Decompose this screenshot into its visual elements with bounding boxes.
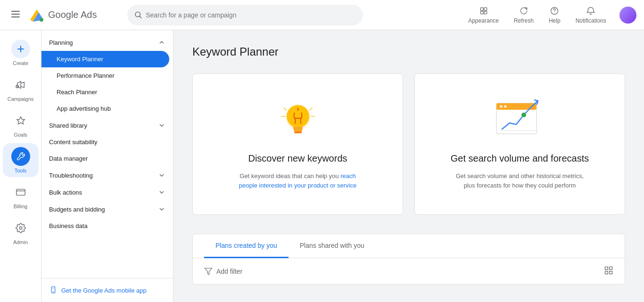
refresh-icon <box>519 6 528 16</box>
svg-rect-41 <box>605 271 608 274</box>
search-bar[interactable] <box>127 5 363 25</box>
nav-item-data-manager[interactable]: Data manager <box>41 150 173 167</box>
discover-keywords-title: Discover new keywords <box>248 153 347 164</box>
svg-line-29 <box>310 108 312 110</box>
search-icon <box>135 11 142 19</box>
topbar: Google Ads Appearance Refresh <box>0 0 644 30</box>
svg-rect-0 <box>11 11 20 12</box>
chart-icon <box>492 98 548 146</box>
svg-rect-26 <box>294 131 302 133</box>
svg-marker-38 <box>205 268 212 275</box>
google-ads-logo-icon <box>29 8 44 23</box>
nav-item-reach-planner[interactable]: Reach Planner <box>41 84 173 100</box>
search-volume-title: Get search volume and forecasts <box>451 153 589 164</box>
sidebar-item-tools[interactable]: Tools <box>3 143 39 177</box>
svg-rect-39 <box>605 267 608 270</box>
notifications-icon <box>586 6 595 16</box>
billing-icon <box>11 183 30 202</box>
chevron-down-icon-2 <box>158 171 165 179</box>
sidebar-item-billing[interactable]: Billing <box>3 179 39 213</box>
search-volume-card[interactable]: Get search volume and forecasts Get sear… <box>414 73 625 215</box>
main-content: Keyword Planner <box>173 30 644 302</box>
svg-point-11 <box>554 12 555 13</box>
avatar[interactable] <box>619 7 636 24</box>
svg-rect-8 <box>480 11 483 14</box>
side-icons-nav: Create Campaigns Goals <box>0 30 41 302</box>
grid-view-button[interactable] <box>604 266 613 277</box>
goals-icon <box>11 111 30 130</box>
nav-item-content-suitability[interactable]: Content suitability <box>41 134 173 150</box>
help-icon <box>550 6 559 16</box>
hamburger-button[interactable] <box>8 7 24 23</box>
svg-line-27 <box>284 108 286 110</box>
layout: Create Campaigns Goals <box>0 30 644 302</box>
discover-keywords-desc: Get keyword ideas that can help you reac… <box>232 171 364 190</box>
svg-point-17 <box>19 227 22 229</box>
svg-rect-7 <box>484 8 487 10</box>
discover-keywords-card[interactable]: Discover new keywords Get keyword ideas … <box>192 73 403 215</box>
nav-sidebar: Planning Keyword Planner Performance Pla… <box>41 30 173 302</box>
appearance-button[interactable]: Appearance <box>462 2 504 28</box>
create-icon <box>11 40 30 58</box>
svg-rect-1 <box>11 14 20 15</box>
mobile-app-icon <box>49 286 58 294</box>
help-button[interactable]: Help <box>543 2 566 28</box>
svg-line-5 <box>140 16 141 18</box>
admin-icon <box>11 219 30 237</box>
nav-section-troubleshooting[interactable]: Troubleshooting <box>41 167 173 184</box>
svg-point-3 <box>40 18 43 22</box>
svg-rect-2 <box>11 16 20 17</box>
logo: Google Ads <box>29 8 97 23</box>
refresh-button[interactable]: Refresh <box>508 2 539 28</box>
chevron-up-icon <box>158 39 165 46</box>
search-input[interactable] <box>146 11 355 19</box>
tab-created-by-you[interactable]: Plans created by you <box>204 234 289 258</box>
sidebar-item-goals[interactable]: Goals <box>3 107 39 141</box>
tabs-section: Plans created by you Plans shared with y… <box>192 234 625 285</box>
nav-section-planning[interactable]: Planning <box>41 34 173 51</box>
nav-section-bulk-actions[interactable]: Bulk actions <box>41 184 173 201</box>
add-filter-button[interactable]: Add filter <box>204 267 242 276</box>
sidebar-item-create[interactable]: Create <box>3 36 39 70</box>
svg-rect-9 <box>484 11 487 14</box>
nav-footer[interactable]: Get the Google Ads mobile app <box>41 278 173 302</box>
appearance-icon <box>479 6 488 16</box>
search-volume-desc: Get search volume and other historical m… <box>454 171 586 190</box>
notifications-button[interactable]: Notifications <box>570 2 612 28</box>
svg-rect-6 <box>480 8 483 10</box>
chevron-down-icon-3 <box>158 188 165 196</box>
tabs-body: Add filter <box>193 258 625 284</box>
cards-row: Discover new keywords Get keyword ideas … <box>192 73 625 215</box>
svg-rect-42 <box>610 271 612 274</box>
tools-icon <box>11 147 30 166</box>
logo-text: Google Ads <box>48 9 97 20</box>
svg-point-33 <box>500 105 503 108</box>
filter-icon <box>204 267 213 276</box>
grid-icon <box>604 266 613 275</box>
nav-item-performance-planner[interactable]: Performance Planner <box>41 67 173 84</box>
tab-shared-with-you[interactable]: Plans shared with you <box>289 234 376 258</box>
nav-section-shared-library[interactable]: Shared library <box>41 117 173 134</box>
svg-point-34 <box>504 105 507 108</box>
planning-items: Keyword Planner Performance Planner Reac… <box>41 51 173 117</box>
svg-rect-24 <box>293 127 303 129</box>
campaigns-icon <box>11 75 30 94</box>
sidebar-item-campaigns[interactable]: Campaigns <box>3 72 39 106</box>
nav-section-budgets-bidding[interactable]: Budgets and bidding <box>41 201 173 218</box>
chevron-down-icon <box>158 122 165 129</box>
page-title: Keyword Planner <box>192 45 625 58</box>
svg-rect-25 <box>294 129 302 131</box>
svg-rect-15 <box>16 189 25 196</box>
tabs-header: Plans created by you Plans shared with y… <box>193 234 625 258</box>
topbar-right: Appearance Refresh Help Notifications <box>462 2 636 28</box>
svg-point-36 <box>521 113 526 117</box>
nav-item-business-data[interactable]: Business data <box>41 218 173 234</box>
chevron-down-icon-4 <box>158 205 165 213</box>
sidebar-item-admin[interactable]: Admin <box>3 215 39 249</box>
lightbulb-icon <box>277 98 319 146</box>
nav-item-app-advertising-hub[interactable]: App advertising hub <box>41 100 173 117</box>
svg-rect-40 <box>610 267 612 270</box>
nav-item-keyword-planner[interactable]: Keyword Planner <box>41 51 169 67</box>
topbar-left: Google Ads <box>8 7 116 23</box>
